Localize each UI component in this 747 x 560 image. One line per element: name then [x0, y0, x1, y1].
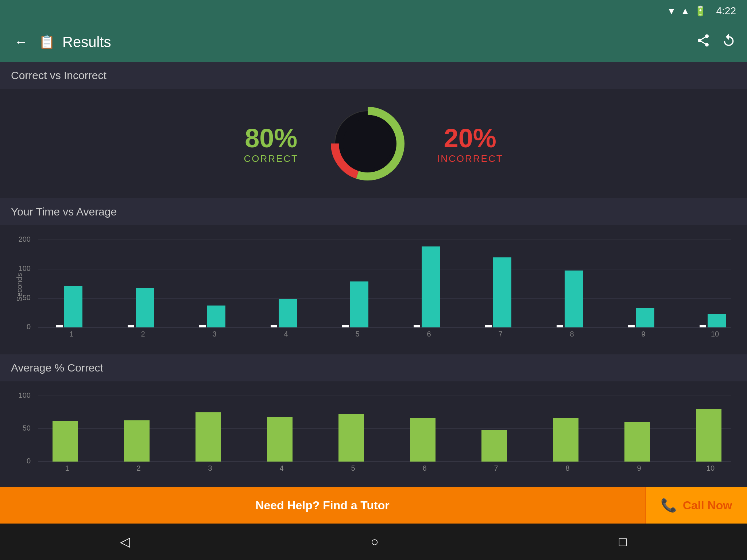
svg-rect-16 [128, 325, 134, 327]
svg-rect-34 [557, 325, 563, 327]
doc-icon: 📋 [39, 34, 55, 50]
svg-text:100: 100 [19, 391, 31, 399]
correct-text: CORRECT [244, 153, 298, 164]
action-icons [696, 33, 736, 51]
svg-rect-14 [64, 286, 82, 327]
svg-rect-13 [56, 325, 63, 327]
svg-rect-61 [481, 430, 507, 462]
svg-text:9: 9 [637, 464, 641, 472]
incorrect-percent: 20% [437, 123, 503, 153]
svg-rect-41 [708, 314, 726, 327]
phone-icon: 📞 [661, 498, 677, 513]
bottom-nav: ◁ ○ □ [0, 524, 747, 560]
svg-text:7: 7 [498, 330, 502, 338]
correct-label: 80% CORRECT [244, 123, 298, 164]
svg-rect-19 [199, 325, 206, 327]
svg-text:2: 2 [141, 330, 145, 338]
svg-text:200: 200 [19, 235, 31, 243]
svg-rect-53 [196, 412, 221, 462]
svg-rect-35 [565, 271, 583, 327]
time-chart: 200 100 50 0 Seconds 1 2 3 4 5 6 [15, 233, 732, 342]
section-header-time: Your Time vs Average [0, 198, 747, 225]
nav-back-button[interactable]: ◁ [120, 534, 130, 549]
avg-correct-chart: 100 50 0 1 2 3 4 5 6 7 8 9 10 [15, 389, 732, 494]
svg-text:5: 5 [355, 330, 359, 338]
svg-text:6: 6 [427, 330, 431, 338]
svg-text:6: 6 [422, 464, 426, 472]
status-time: 4:22 [716, 5, 736, 17]
call-now-label: Call Now [683, 499, 732, 512]
status-icons: ▼ ▲ 🔋 4:22 [667, 5, 736, 17]
svg-text:9: 9 [641, 330, 645, 338]
svg-text:0: 0 [27, 457, 31, 465]
status-bar: ▼ ▲ 🔋 4:22 [0, 0, 747, 22]
svg-rect-57 [338, 414, 364, 462]
incorrect-label: 20% INCORRECT [437, 123, 503, 164]
svg-text:3: 3 [208, 464, 212, 472]
correct-percent: 80% [244, 123, 298, 153]
section-header-avg: Average % Correct [0, 354, 747, 381]
svg-rect-67 [696, 409, 721, 462]
svg-text:Seconds: Seconds [15, 273, 23, 302]
svg-text:8: 8 [565, 464, 569, 472]
svg-rect-55 [267, 417, 293, 462]
svg-text:0: 0 [27, 323, 31, 331]
svg-rect-23 [279, 299, 297, 327]
app-bar: ← 📋 Results [0, 22, 747, 62]
page-title: Results [62, 34, 689, 50]
svg-rect-65 [624, 422, 650, 462]
svg-text:10: 10 [707, 464, 715, 472]
svg-rect-26 [350, 281, 368, 327]
svg-rect-63 [553, 418, 578, 462]
back-button[interactable]: ← [11, 31, 31, 53]
svg-text:4: 4 [284, 330, 288, 338]
svg-text:4: 4 [279, 464, 283, 472]
replay-icon[interactable] [721, 33, 736, 51]
svg-rect-31 [485, 325, 492, 327]
svg-text:1: 1 [65, 464, 69, 472]
nav-home-button[interactable]: ○ [371, 534, 379, 549]
svg-rect-38 [636, 308, 654, 327]
svg-rect-32 [493, 257, 511, 327]
svg-rect-25 [342, 325, 349, 327]
wifi-icon: ▼ [667, 5, 676, 17]
svg-rect-29 [422, 246, 440, 327]
svg-rect-17 [136, 288, 154, 327]
battery-icon: 🔋 [694, 5, 706, 17]
svg-text:10: 10 [711, 330, 719, 338]
svg-text:50: 50 [23, 424, 31, 432]
donut-section: 80% CORRECT 20% INCORRECT [0, 89, 747, 198]
call-now-button[interactable]: 📞 Call Now [645, 487, 747, 524]
section-header-correct: Correct vs Incorrect [0, 62, 747, 89]
svg-rect-51 [124, 420, 150, 462]
nav-recents-button[interactable]: □ [619, 534, 627, 549]
time-chart-section: 200 100 50 0 Seconds 1 2 3 4 5 6 [0, 225, 747, 354]
svg-text:100: 100 [19, 264, 31, 272]
cta-banner: Need Help? Find a Tutor 📞 Call Now [0, 487, 747, 524]
svg-rect-37 [628, 325, 635, 327]
svg-rect-49 [53, 421, 78, 462]
svg-point-3 [343, 119, 392, 168]
svg-rect-22 [271, 325, 277, 327]
donut-chart [328, 104, 408, 184]
svg-rect-59 [410, 418, 436, 462]
svg-text:2: 2 [136, 464, 140, 472]
svg-rect-40 [700, 325, 706, 327]
svg-rect-28 [414, 325, 420, 327]
svg-rect-20 [207, 306, 225, 327]
svg-text:50: 50 [23, 293, 31, 302]
svg-text:8: 8 [570, 330, 574, 338]
signal-icon: ▲ [681, 5, 690, 17]
svg-text:1: 1 [69, 330, 73, 338]
cta-help-text: Need Help? Find a Tutor [0, 487, 645, 524]
incorrect-text: INCORRECT [437, 153, 503, 164]
svg-text:7: 7 [494, 464, 498, 472]
share-icon[interactable] [696, 33, 711, 51]
svg-text:3: 3 [212, 330, 216, 338]
svg-text:5: 5 [351, 464, 355, 472]
